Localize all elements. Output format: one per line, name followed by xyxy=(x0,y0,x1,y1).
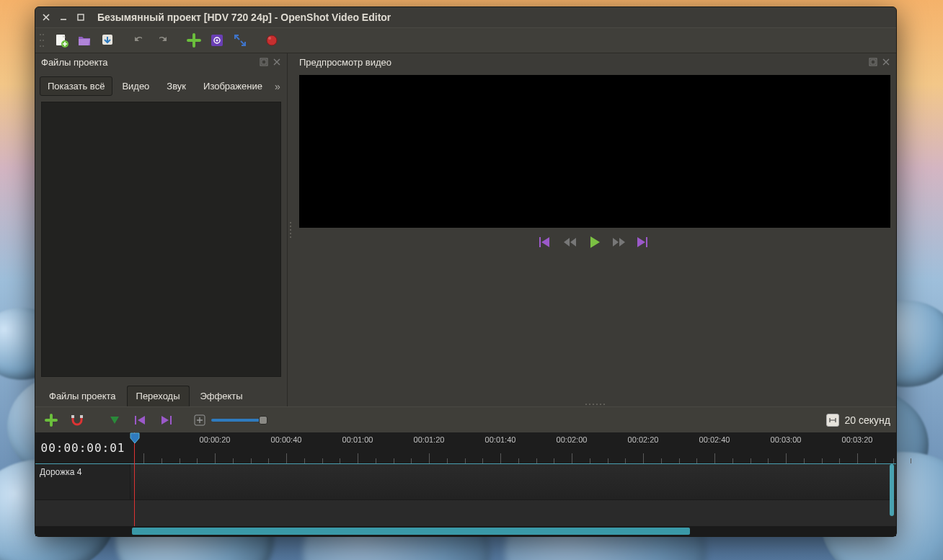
timecode-display: 00:00:00:01 xyxy=(35,432,130,463)
video-preview[interactable] xyxy=(299,75,890,228)
tab-effects[interactable]: Эффекты xyxy=(191,386,252,406)
detach-panel-icon[interactable] xyxy=(869,58,877,66)
svg-rect-19 xyxy=(170,416,172,425)
prev-marker-button[interactable] xyxy=(130,410,151,430)
redo-button[interactable] xyxy=(152,30,172,50)
rewind-button[interactable] xyxy=(563,235,577,249)
timeline-tracks: Дорожка 4 xyxy=(35,464,896,526)
filter-show-all[interactable]: Показать всё xyxy=(40,76,112,96)
filter-more-icon[interactable]: » xyxy=(275,81,280,92)
svg-rect-16 xyxy=(71,415,74,418)
playback-controls xyxy=(293,232,896,252)
vertical-scrollbar[interactable] xyxy=(890,464,894,516)
add-track-button[interactable] xyxy=(41,410,61,430)
project-files-panel: Файлы проекта Показать всё Видео Звук Из… xyxy=(35,53,288,406)
playhead[interactable] xyxy=(134,432,135,526)
zoom-slider[interactable] xyxy=(211,419,263,422)
window-close-button[interactable] xyxy=(41,12,51,22)
tab-transitions[interactable]: Переходы xyxy=(127,386,190,406)
filter-video[interactable]: Видео xyxy=(114,76,157,96)
svg-rect-11 xyxy=(262,60,266,64)
horizontal-splitter[interactable] xyxy=(288,53,293,406)
app-window: Безымянный проект [HDV 720 24p] - OpenSh… xyxy=(35,6,897,537)
svg-rect-14 xyxy=(539,237,541,247)
toolbar-grip[interactable] xyxy=(40,34,45,47)
left-panel-tabs: Файлы проекта Переходы Эффекты xyxy=(35,383,287,406)
svg-rect-17 xyxy=(80,415,83,418)
next-marker-button[interactable] xyxy=(156,410,177,430)
close-panel-icon[interactable] xyxy=(273,58,281,66)
project-files-title: Файлы проекта xyxy=(41,57,108,68)
ruler-label: 00:02:40 xyxy=(699,435,730,444)
svg-rect-18 xyxy=(135,416,136,425)
export-video-button[interactable] xyxy=(262,30,282,50)
zoom-controls xyxy=(194,414,263,426)
zoom-level-label: 20 секунд xyxy=(845,414,890,426)
open-project-button[interactable] xyxy=(74,30,94,50)
timeline-toolbar: 20 секунд xyxy=(35,406,896,432)
window-maximize-button[interactable] xyxy=(76,12,86,22)
ruler-label: 00:01:00 xyxy=(342,435,373,444)
ruler-label: 00:02:00 xyxy=(557,435,588,444)
track-header[interactable]: Дорожка 4 xyxy=(35,464,130,499)
preview-panel-header: Предпросмотр видео xyxy=(293,53,896,71)
preview-title: Предпросмотр видео xyxy=(299,57,391,68)
file-filters: Показать всё Видео Звук Изображение » xyxy=(35,71,287,102)
close-panel-icon[interactable] xyxy=(882,58,890,66)
window-titlebar: Безымянный проект [HDV 720 24p] - OpenSh… xyxy=(35,7,896,27)
ruler-label: 00:00:20 xyxy=(200,435,231,444)
project-files-list[interactable] xyxy=(41,102,281,377)
horizontal-scrollbar[interactable] xyxy=(35,526,896,536)
ruler-label: 00:01:20 xyxy=(414,435,445,444)
ruler-label: 00:03:00 xyxy=(771,435,802,444)
svg-point-6 xyxy=(216,40,218,42)
center-playhead-icon[interactable] xyxy=(194,414,205,426)
fast-forward-button[interactable] xyxy=(612,235,627,249)
detach-panel-icon[interactable] xyxy=(260,58,268,66)
add-marker-button[interactable] xyxy=(105,410,125,430)
zoom-scale-icon[interactable] xyxy=(826,414,839,427)
track-row: Дорожка 4 xyxy=(35,464,896,500)
new-project-button[interactable] xyxy=(51,30,71,50)
svg-point-9 xyxy=(268,37,271,40)
timeline: 00:00:00:01 00:00:2000:00:4000:01:0000:0… xyxy=(35,432,896,536)
timeline-ruler[interactable]: 00:00:00:01 00:00:2000:00:4000:01:0000:0… xyxy=(35,432,896,464)
ruler-label: 00:03:20 xyxy=(842,435,873,444)
filter-audio[interactable]: Звук xyxy=(159,76,194,96)
preview-panel: Предпросмотр видео xyxy=(293,53,896,406)
window-minimize-button[interactable] xyxy=(58,12,68,22)
project-files-panel-header: Файлы проекта xyxy=(35,53,287,71)
filter-image[interactable]: Изображение xyxy=(195,76,270,96)
vertical-splitter[interactable] xyxy=(293,252,896,406)
window-title: Безымянный проект [HDV 720 24p] - OpenSh… xyxy=(97,12,391,23)
ruler-label: 00:01:40 xyxy=(485,435,516,444)
fullscreen-button[interactable] xyxy=(230,30,250,50)
ruler-label: 00:02:20 xyxy=(628,435,659,444)
profile-button[interactable] xyxy=(207,30,227,50)
save-project-button[interactable] xyxy=(97,30,118,50)
svg-rect-15 xyxy=(646,237,647,247)
main-toolbar xyxy=(35,27,896,53)
track-body[interactable] xyxy=(130,464,896,499)
jump-start-button[interactable] xyxy=(539,235,553,249)
ruler-label: 00:00:40 xyxy=(271,435,302,444)
svg-rect-0 xyxy=(78,14,84,20)
jump-end-button[interactable] xyxy=(637,235,651,249)
tab-project-files[interactable]: Файлы проекта xyxy=(40,386,125,406)
svg-rect-13 xyxy=(871,60,875,64)
play-button[interactable] xyxy=(588,235,602,249)
snap-button[interactable] xyxy=(67,410,87,430)
undo-button[interactable] xyxy=(129,30,149,50)
import-files-button[interactable] xyxy=(184,30,204,50)
